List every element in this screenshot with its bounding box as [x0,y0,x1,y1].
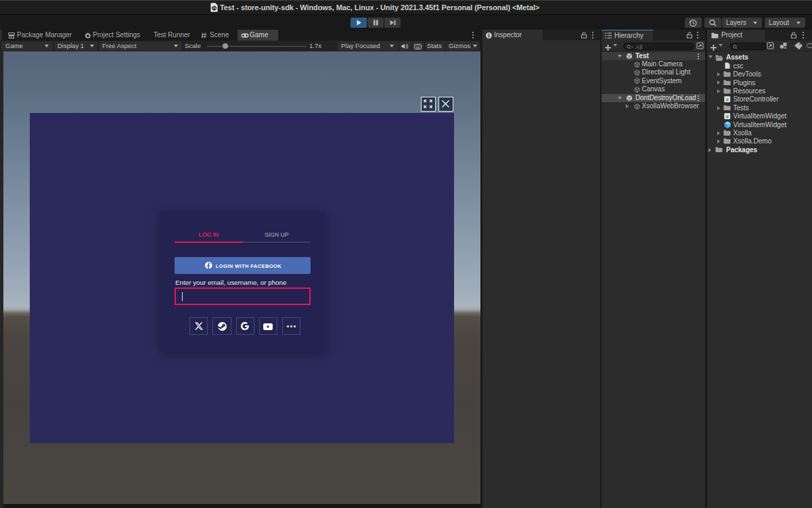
svg-text:#: # [726,97,729,103]
svg-text:#: # [726,114,729,120]
